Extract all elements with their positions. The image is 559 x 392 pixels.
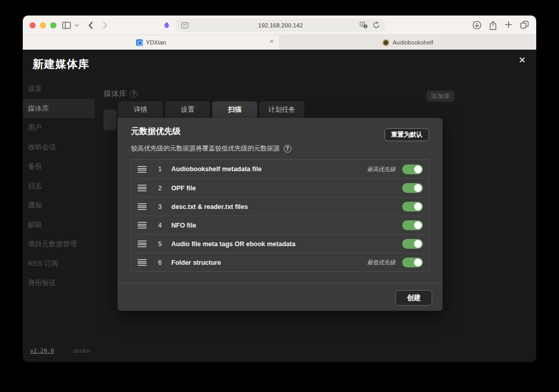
metadata-priority-description: 较高优先级的元数据源将覆盖较低优先级的元数据源 ?	[131, 144, 291, 153]
help-icon[interactable]: ?	[284, 145, 291, 153]
audiobookshelf-favicon	[383, 39, 389, 46]
source-enabled-toggle[interactable]	[402, 164, 423, 174]
priority-order: 4	[156, 222, 164, 229]
priority-tag: 最高优先级	[367, 165, 395, 173]
forward-button[interactable]	[102, 21, 108, 29]
metadata-source-label: desc.txt & reader.txt files	[171, 203, 248, 210]
priority-order: 5	[156, 240, 164, 248]
priority-order: 1	[156, 165, 164, 173]
priority-order: 3	[156, 203, 164, 210]
sidebar-item-item-metadata-utils[interactable]: 项目元数据管理	[23, 234, 95, 254]
ydxian-favicon	[136, 39, 143, 46]
drag-handle-icon[interactable]	[138, 259, 146, 266]
sidebar-item-rss-feeds[interactable]: RSS 订阅	[23, 254, 95, 274]
new-tab-icon[interactable]	[505, 21, 512, 30]
add-library-button[interactable]: 添加库	[426, 91, 454, 102]
sidebar-item-email[interactable]: 邮箱	[23, 215, 95, 235]
maximize-window-button[interactable]	[50, 22, 56, 28]
browser-tab-label: YDXian	[146, 39, 166, 46]
downloads-icon[interactable]	[473, 21, 481, 30]
extension-icon[interactable]	[163, 21, 171, 29]
priority-row: 1Audiobookshelf metadata file最高优先级	[131, 160, 429, 178]
metadata-priority-list: 1Audiobookshelf metadata file最高优先级2OPF f…	[131, 159, 429, 272]
help-icon[interactable]: ?	[130, 90, 138, 98]
sidebar-item-settings[interactable]: 设置	[23, 79, 95, 99]
browser-tabbar: YDXian ✕ Audiobookshelf	[23, 35, 536, 50]
environment-label: docker	[73, 348, 91, 354]
source-enabled-toggle[interactable]	[402, 183, 423, 193]
create-button[interactable]: 创建	[395, 290, 432, 306]
modal-tab-scan[interactable]: 扫描	[212, 101, 257, 118]
settings-sidebar: 设置媒体库用户收听会话备份日志通知邮箱项目元数据管理RSS 订阅身份验证	[23, 79, 95, 293]
priority-order: 6	[156, 259, 164, 266]
source-enabled-toggle[interactable]	[402, 258, 423, 267]
chevron-down-icon[interactable]	[75, 24, 79, 27]
browser-toolbar: 192.168.200.142 A文	[23, 16, 536, 35]
translate-icon[interactable]: A文	[360, 22, 367, 28]
svg-text:文: 文	[364, 25, 367, 28]
modal-close-icon[interactable]: ✕	[519, 55, 526, 66]
metadata-source-label: Audio file meta tags OR ebook metadata	[171, 240, 296, 248]
address-bar[interactable]: 192.168.200.142 A文	[176, 19, 385, 32]
sidebar-item-libraries[interactable]: 媒体库	[23, 99, 95, 118]
modal-tabs: 详情设置扫描计划任务	[118, 101, 304, 118]
drag-handle-icon[interactable]	[138, 185, 146, 191]
drag-handle-icon[interactable]	[138, 240, 146, 247]
tab-overview-icon[interactable]	[520, 21, 529, 30]
sidebar-item-backups[interactable]: 备份	[23, 157, 95, 176]
tab-close-icon[interactable]: ✕	[269, 38, 274, 45]
priority-order: 2	[156, 185, 164, 192]
metadata-source-label: Folder structure	[171, 259, 221, 266]
scan-tab-panel: 元数据优先级 重置为默认 较高优先级的元数据源将覆盖较低优先级的元数据源 ? 1…	[117, 118, 443, 311]
drag-handle-icon[interactable]	[138, 222, 146, 229]
browser-tab-label: Audiobookshelf	[392, 39, 433, 46]
browser-window: 192.168.200.142 A文	[23, 16, 536, 362]
modal-tab-schedule[interactable]: 计划任务	[259, 101, 304, 118]
share-icon[interactable]	[489, 21, 497, 30]
priority-tag: 最低优先级	[367, 259, 395, 266]
priority-row: 5Audio file meta tags OR ebook metadata	[131, 234, 429, 253]
close-window-button[interactable]	[30, 22, 36, 28]
modal-tab-settings[interactable]: 设置	[165, 101, 210, 118]
metadata-priority-title: 元数据优先级	[131, 126, 181, 137]
source-enabled-toggle[interactable]	[402, 202, 423, 212]
sidebar-item-authentication[interactable]: 身份验证	[23, 273, 95, 293]
modal-tab-details[interactable]: 详情	[118, 101, 163, 118]
modal-title: 新建媒体库	[33, 57, 90, 71]
traffic-lights	[30, 22, 56, 28]
url-text: 192.168.200.142	[258, 22, 303, 28]
libraries-page-heading: 媒体库 ?	[104, 89, 138, 99]
browser-tab-ydxian[interactable]: YDXian ✕	[23, 35, 280, 50]
source-enabled-toggle[interactable]	[402, 239, 423, 249]
minimize-window-button[interactable]	[40, 22, 46, 28]
version-link[interactable]: v2.20.0	[30, 348, 54, 354]
source-enabled-toggle[interactable]	[402, 220, 423, 230]
metadata-source-label: OPF file	[171, 185, 196, 192]
reader-view-icon[interactable]	[181, 22, 188, 28]
panel-footer-divider	[117, 283, 443, 283]
reload-icon[interactable]	[373, 21, 380, 29]
priority-row: 3desc.txt & reader.txt files	[131, 197, 429, 216]
library-icon-placeholder	[104, 110, 116, 130]
sidebar-item-listening-sessions[interactable]: 收听会话	[23, 138, 95, 157]
priority-row: 6Folder structure最低优先级	[131, 253, 429, 272]
drag-handle-icon[interactable]	[138, 166, 146, 173]
sidebar-toggle-icon[interactable]	[62, 22, 71, 29]
priority-row: 4NFO file	[131, 216, 429, 234]
sidebar-item-notifications[interactable]: 通知	[23, 195, 95, 215]
sidebar-item-users[interactable]: 用户	[23, 118, 95, 138]
audiobookshelf-app: 设置媒体库用户收听会话备份日志通知邮箱项目元数据管理RSS 订阅身份验证 媒体库…	[23, 50, 536, 362]
sidebar-item-logs[interactable]: 日志	[23, 176, 95, 196]
reset-to-default-button[interactable]: 重置为默认	[385, 128, 429, 141]
back-button[interactable]	[88, 21, 93, 29]
browser-tab-audiobookshelf[interactable]: Audiobookshelf	[280, 35, 537, 50]
metadata-source-label: NFO file	[171, 222, 196, 229]
metadata-source-label: Audiobookshelf metadata file	[171, 165, 261, 173]
priority-row: 2OPF file	[131, 178, 429, 197]
drag-handle-icon[interactable]	[138, 203, 146, 210]
